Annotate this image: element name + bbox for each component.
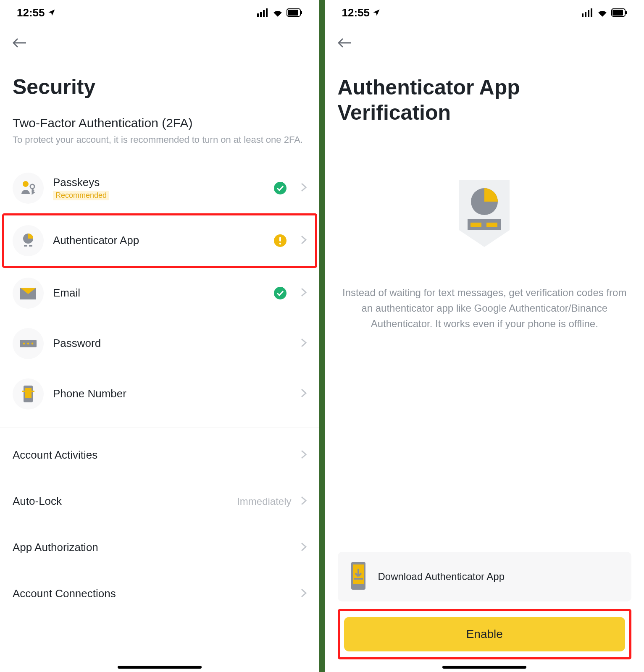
svg-rect-5 xyxy=(288,10,298,16)
svg-point-8 xyxy=(30,184,34,189)
authenticator-verification-screen: 12:55 Authenticator App Verification xyxy=(325,0,644,672)
item-email[interactable]: Email xyxy=(13,268,307,318)
download-label: Download Authenticator App xyxy=(378,571,505,583)
warning-icon xyxy=(273,234,287,248)
svg-point-21 xyxy=(32,342,34,344)
recommended-badge: Recommended xyxy=(53,191,109,200)
svg-point-20 xyxy=(27,342,29,344)
item-authenticator-app[interactable]: Authenticator App xyxy=(13,215,307,266)
status-time: 12:55 xyxy=(342,6,370,19)
status-bar: 12:55 xyxy=(338,0,632,25)
item-phone-number[interactable]: Phone Number xyxy=(13,369,307,419)
status-time: 12:55 xyxy=(17,6,45,19)
item-label: Account Connections xyxy=(13,587,297,600)
svg-rect-14 xyxy=(279,237,281,242)
svg-point-9 xyxy=(274,182,287,194)
password-icon xyxy=(13,328,44,359)
item-label: Password xyxy=(53,337,287,350)
chevron-right-icon xyxy=(301,235,307,246)
section-title: Two-Factor Authentication (2FA) xyxy=(13,116,307,130)
svg-rect-27 xyxy=(588,10,589,17)
item-value: Immediately xyxy=(237,496,291,507)
cellular-signal-icon xyxy=(257,8,269,17)
check-icon xyxy=(273,181,287,195)
svg-rect-25 xyxy=(582,13,584,17)
authenticator-illustration xyxy=(444,176,524,264)
check-icon xyxy=(273,286,287,300)
home-indicator xyxy=(118,666,202,669)
wifi-icon xyxy=(597,8,608,17)
chevron-right-icon xyxy=(301,450,307,461)
item-label: App Authorization xyxy=(13,541,297,554)
authenticator-icon xyxy=(13,225,44,256)
svg-rect-26 xyxy=(585,12,586,17)
wifi-icon xyxy=(272,8,283,17)
chevron-right-icon xyxy=(301,388,307,399)
item-label: Account Activities xyxy=(13,449,297,462)
chevron-right-icon xyxy=(301,542,307,553)
svg-point-15 xyxy=(279,242,281,244)
svg-rect-2 xyxy=(263,10,265,17)
svg-rect-23 xyxy=(25,388,32,398)
chevron-right-icon xyxy=(301,288,307,299)
svg-rect-39 xyxy=(354,578,363,580)
battery-icon xyxy=(611,8,627,17)
svg-rect-11 xyxy=(24,245,27,247)
svg-rect-24 xyxy=(22,391,34,392)
item-label: Email xyxy=(53,286,264,299)
location-icon xyxy=(372,8,381,17)
download-phone-icon xyxy=(348,561,369,592)
page-title: Security xyxy=(13,75,307,99)
back-arrow-icon[interactable] xyxy=(338,42,352,49)
svg-point-7 xyxy=(23,181,29,187)
enable-button[interactable]: Enable xyxy=(344,617,626,651)
cellular-signal-icon xyxy=(582,8,594,17)
location-icon xyxy=(47,8,56,17)
svg-point-19 xyxy=(23,342,25,344)
page-title: Authenticator App Verification xyxy=(338,75,632,125)
passkeys-icon xyxy=(13,173,44,204)
section-divider xyxy=(0,428,319,428)
chevron-right-icon xyxy=(301,338,307,349)
highlight-authenticator: Authenticator App xyxy=(2,213,317,268)
svg-rect-28 xyxy=(591,8,592,17)
svg-rect-35 xyxy=(471,223,481,227)
svg-point-17 xyxy=(274,287,287,299)
download-authenticator-row[interactable]: Download Authenticator App xyxy=(338,552,632,601)
item-account-connections[interactable]: Account Connections xyxy=(13,571,307,617)
svg-rect-3 xyxy=(266,8,268,17)
home-indicator xyxy=(442,666,526,669)
screenshot-divider xyxy=(319,0,325,672)
status-bar: 12:55 xyxy=(13,0,307,25)
item-label: Passkeys xyxy=(53,176,264,189)
item-label: Authenticator App xyxy=(53,234,264,247)
item-label: Phone Number xyxy=(53,387,287,400)
item-label: Auto-Lock xyxy=(13,495,237,508)
section-description: To protect your account, it is recommend… xyxy=(13,134,307,146)
chevron-right-icon xyxy=(301,496,307,507)
authenticator-description: Instead of waiting for text messages, ge… xyxy=(338,285,632,332)
battery-icon xyxy=(287,8,302,17)
item-account-activities[interactable]: Account Activities xyxy=(13,432,307,478)
item-auto-lock[interactable]: Auto-Lock Immediately xyxy=(13,478,307,525)
item-app-authorization[interactable]: App Authorization xyxy=(13,525,307,571)
svg-rect-30 xyxy=(612,10,623,16)
phone-icon xyxy=(13,378,44,410)
svg-rect-0 xyxy=(257,13,259,17)
svg-rect-6 xyxy=(301,11,302,14)
svg-rect-31 xyxy=(626,11,627,14)
svg-rect-36 xyxy=(486,223,497,227)
email-icon xyxy=(13,278,44,309)
chevron-right-icon xyxy=(301,183,307,194)
item-passkeys[interactable]: Passkeys Recommended xyxy=(13,163,307,213)
security-screen: 12:55 Security Two-Factor Authentication… xyxy=(0,0,319,672)
back-arrow-icon[interactable] xyxy=(13,42,27,49)
svg-rect-12 xyxy=(29,245,32,247)
highlight-enable: Enable xyxy=(338,609,632,659)
svg-rect-1 xyxy=(260,12,262,17)
chevron-right-icon xyxy=(301,588,307,599)
item-password[interactable]: Password xyxy=(13,318,307,369)
